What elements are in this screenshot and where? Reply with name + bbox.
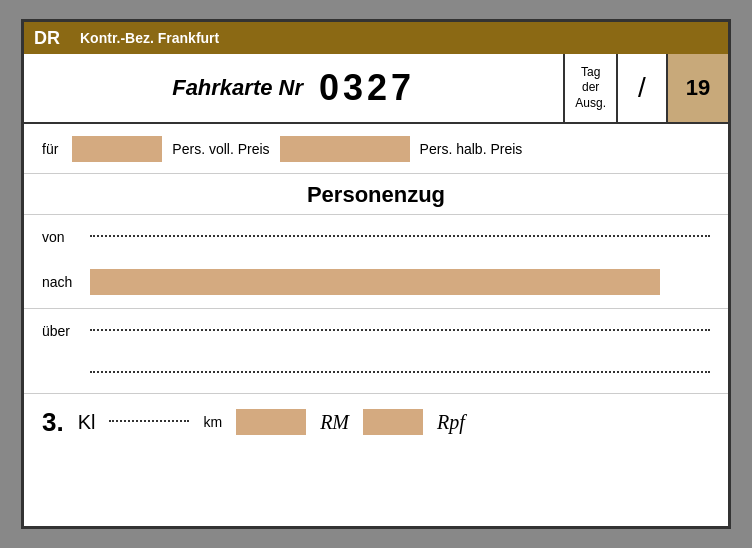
uber-section: über — [24, 309, 728, 394]
top-section: Fahrkarte Nr 0327 Tag der Ausg. / 19 — [24, 54, 728, 124]
pf-script: Rpf — [437, 411, 465, 434]
bottom-row: 3. Kl km RM Rpf — [24, 394, 728, 450]
uber-dotted-line2 — [90, 371, 710, 373]
kl-number: 3. — [42, 407, 64, 438]
fahrkarte-number: 0327 — [319, 67, 415, 109]
pers-halb-label: Pers. halb. Preis — [420, 141, 523, 157]
nach-row: nach — [24, 259, 728, 309]
uber-label: über — [42, 323, 80, 339]
ticket-outer: DR Kontr.-Bez. Frankfurt Fahrkarte Nr 03… — [0, 0, 752, 548]
fuer-label: für — [42, 141, 58, 157]
km-dotted-line — [109, 420, 189, 422]
personenzug-row: Personenzug — [24, 174, 728, 215]
kl-label: Kl — [78, 411, 96, 434]
pers-voll-label: Pers. voll. Preis — [172, 141, 269, 157]
pf-input[interactable] — [363, 409, 423, 435]
date-label: Tag der Ausg. — [565, 54, 618, 122]
date-slash: / — [618, 54, 668, 122]
pers-voll-input[interactable] — [72, 136, 162, 162]
fahrkarte-area: Fahrkarte Nr 0327 — [24, 54, 563, 122]
nach-input[interactable] — [90, 269, 660, 295]
rm-input[interactable] — [236, 409, 306, 435]
date-box: Tag der Ausg. / 19 — [563, 54, 728, 122]
fahrkarte-label: Fahrkarte Nr — [172, 75, 303, 101]
von-dotted-line — [90, 235, 710, 237]
ticket-body: Fahrkarte Nr 0327 Tag der Ausg. / 19 für — [24, 54, 728, 526]
uber-row1: über — [42, 309, 710, 353]
ticket-header: DR Kontr.-Bez. Frankfurt — [24, 22, 728, 54]
von-row: von — [24, 215, 728, 259]
person-row: für Pers. voll. Preis Pers. halb. Preis — [24, 124, 728, 174]
pers-halb-input[interactable] — [280, 136, 410, 162]
header-title: Kontr.-Bez. Frankfurt — [80, 30, 219, 46]
dr-label: DR — [34, 28, 60, 49]
uber-row2 — [42, 353, 710, 393]
nach-label: nach — [42, 274, 80, 290]
km-label: km — [203, 414, 222, 430]
rm-script: RM — [320, 411, 349, 434]
date-year: 19 — [668, 54, 728, 122]
personenzug-label: Personenzug — [307, 182, 445, 208]
ticket: DR Kontr.-Bez. Frankfurt Fahrkarte Nr 03… — [21, 19, 731, 529]
von-label: von — [42, 229, 80, 245]
uber-dotted-line1 — [90, 329, 710, 331]
